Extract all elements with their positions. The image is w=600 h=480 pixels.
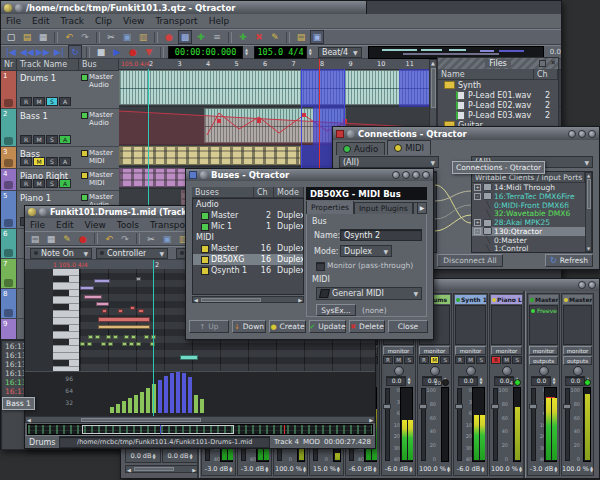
midi-menu-view[interactable]: View: [85, 220, 106, 230]
track-col-track-name[interactable]: Track Name: [17, 59, 79, 71]
rewind-icon[interactable]: ◀◀: [20, 45, 34, 59]
strip-r-button[interactable]: R: [383, 356, 393, 364]
bus-tab-input-plugins[interactable]: Input Plugins: [354, 202, 413, 214]
connections-minimize-button[interactable]: [568, 130, 576, 138]
connections-input-scrollbar[interactable]: ▲ ▼: [585, 172, 592, 252]
midi-note[interactable]: [95, 335, 100, 339]
plugin-rack[interactable]: [491, 305, 522, 345]
midi-note[interactable]: [180, 355, 198, 360]
clip-selection[interactable]: [399, 69, 431, 107]
fader-handle[interactable]: [529, 404, 537, 409]
expander-icon[interactable]: -: [474, 228, 481, 235]
plugin-active-icon[interactable]: [531, 309, 535, 313]
sysex-button[interactable]: SysEx...: [316, 304, 356, 316]
track-row[interactable]: 4Piano RightRMSAMasterMIDI: [1, 169, 119, 191]
mixer-view-icon[interactable]: ▣: [310, 30, 324, 44]
gain-value[interactable]: 100.0 %: [491, 465, 518, 473]
go-start-icon[interactable]: |◀: [4, 45, 18, 59]
gain-spinner[interactable]: ▲▼: [189, 453, 192, 460]
velocity-bar[interactable]: [170, 373, 174, 413]
bus-tab-properties[interactable]: Properties: [306, 201, 354, 214]
velocity-bar[interactable]: [164, 376, 168, 413]
track-row[interactable]: 1Drums 1RMSAMasterAudio: [1, 71, 119, 109]
piano-keyboard[interactable]: [53, 269, 80, 371]
strip-s-button[interactable]: S: [404, 356, 414, 364]
midi-note[interactable]: [102, 309, 107, 313]
piano-key[interactable]: [53, 269, 79, 276]
gain-spinner[interactable]: ▲▼: [265, 466, 268, 473]
strip-r-button[interactable]: R: [491, 356, 501, 364]
mixer-strip[interactable]: Synth 1monitorRMS0.0▲▼03610203040-6.0 dB…: [453, 293, 488, 476]
strip-m-button[interactable]: M: [394, 356, 404, 364]
pan-knob[interactable]: [430, 366, 440, 376]
window-menu-icon[interactable]: [15, 4, 23, 12]
velocity-bar[interactable]: [176, 371, 180, 413]
velocity-bar[interactable]: [140, 392, 144, 413]
port-item[interactable]: +14:Midi Through: [472, 183, 585, 192]
pan-knob[interactable]: [502, 366, 512, 376]
go-end-icon[interactable]: ▶|: [52, 45, 66, 59]
track-a-button[interactable]: A: [59, 179, 71, 188]
paste-icon[interactable]: ▥: [136, 30, 150, 44]
monitor-checkbox[interactable]: [316, 262, 325, 271]
buses-hscrollbar[interactable]: ◀ ▶: [192, 296, 304, 303]
bus-row[interactable]: DB50XG16Duplex: [193, 254, 303, 265]
edit-track-icon[interactable]: ✎: [268, 30, 282, 44]
track-a-button[interactable]: A: [59, 97, 71, 106]
buses-restore-button[interactable]: [412, 171, 420, 179]
clip-selection[interactable]: [301, 69, 345, 107]
gain-value[interactable]: 0.0 dB: [167, 452, 188, 460]
midi-menu-edit[interactable]: Edit: [56, 220, 73, 230]
gain-value[interactable]: -6.0 dB: [385, 465, 408, 473]
buses-col-buses[interactable]: Buses: [192, 187, 254, 198]
up-button[interactable]: ↑Up: [189, 320, 229, 333]
menu-file[interactable]: File: [6, 16, 21, 26]
strip-m-button[interactable]: M: [430, 356, 440, 364]
monitor-button[interactable]: monitor: [419, 346, 450, 355]
clip[interactable]: [119, 70, 433, 105]
menu-help[interactable]: Help: [209, 16, 230, 26]
port-item[interactable]: ╲0:Master: [472, 236, 585, 245]
down-button[interactable]: ↓Down: [232, 320, 266, 333]
gain-spinner[interactable]: ▲▼: [373, 466, 376, 473]
midi-note[interactable]: [84, 295, 102, 299]
menu-track[interactable]: Track: [61, 16, 85, 26]
pan-spinner[interactable]: ▲▼: [407, 377, 410, 384]
gain-value[interactable]: -3.0 dB: [241, 465, 264, 473]
midi-overview-thumbnail[interactable]: [27, 424, 373, 435]
remove-track-icon[interactable]: ✖: [252, 30, 266, 44]
record-icon[interactable]: ●: [126, 45, 140, 59]
gain-spinner[interactable]: ▲▼: [447, 466, 450, 473]
velocity-bar[interactable]: [146, 388, 150, 413]
save-icon[interactable]: ▦: [36, 30, 50, 44]
pan-spinner[interactable]: ▲▼: [479, 377, 482, 384]
track-r-button[interactable]: R: [20, 179, 32, 188]
track-r-button[interactable]: R: [20, 135, 32, 144]
fader-groove[interactable]: [457, 388, 462, 461]
gain-spinner[interactable]: ▲▼: [229, 466, 232, 473]
connections-maximize-button[interactable]: [578, 130, 586, 138]
file-item[interactable]: P-Lead E03.wav2: [438, 110, 558, 120]
menu-edit[interactable]: Edit: [32, 16, 49, 26]
track-m-button[interactable]: M: [33, 157, 45, 166]
pan-value[interactable]: 0.0: [386, 376, 406, 386]
pan-spinner[interactable]: ▲▼: [552, 377, 555, 384]
menu-clip[interactable]: Clip: [95, 16, 112, 26]
piano-black-key[interactable]: [53, 339, 69, 345]
add-clip-icon[interactable]: ✚: [194, 30, 208, 44]
edit-icon[interactable]: ✎: [60, 232, 74, 246]
track-m-button[interactable]: M: [33, 97, 45, 106]
plugin-entry[interactable]: Freeverb (: [530, 306, 557, 315]
mixer-strip[interactable]: Piano LeftmonitorRMS0.0▲▼100806040200410…: [489, 293, 524, 476]
track-a-button[interactable]: A: [59, 135, 71, 144]
add-track-icon[interactable]: ✚: [236, 30, 250, 44]
mixer-strip[interactable]: Master OuFreeverb (monitoroutputs0.0▲▼03…: [527, 293, 560, 476]
port-item[interactable]: -16:TerraTec DMX6Fire: [472, 192, 585, 201]
buses-shade-button[interactable]: [402, 171, 410, 179]
piano-key[interactable]: [53, 290, 79, 297]
velocity-bar[interactable]: [194, 395, 198, 413]
track-row[interactable]: 2Bass 1RMSAMasterAudio: [1, 109, 119, 147]
undo-icon[interactable]: ↶: [102, 232, 116, 246]
cut-icon[interactable]: ✂: [104, 30, 118, 44]
track-r-button[interactable]: R: [20, 97, 32, 106]
